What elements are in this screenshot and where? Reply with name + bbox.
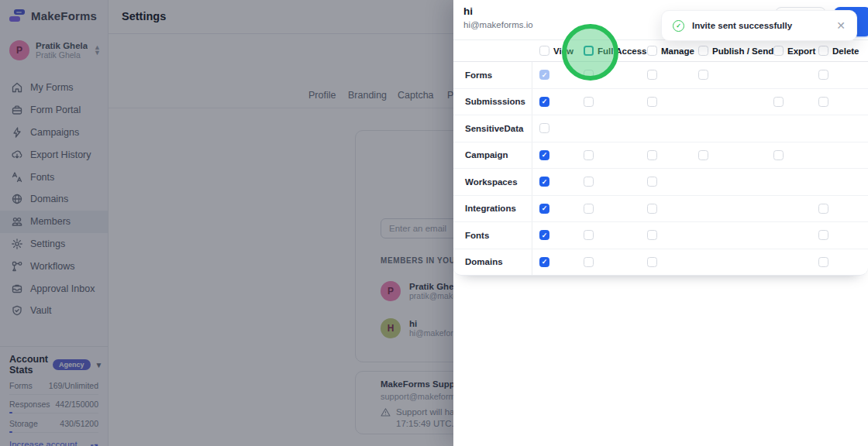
manage-checkbox[interactable] <box>647 177 657 187</box>
row-label: SensitiveData <box>465 124 523 133</box>
column-label-delete: Delete <box>832 46 859 56</box>
export-checkbox[interactable] <box>773 150 784 160</box>
manage-checkbox[interactable] <box>647 257 657 267</box>
permission-row-sensitivedata: SensitiveData <box>453 115 868 142</box>
permission-row-integrations: Integrations <box>453 196 868 223</box>
permission-row-domains: Domains <box>453 249 868 276</box>
manage-checkbox[interactable] <box>647 70 657 80</box>
row-label: Fonts <box>465 231 489 240</box>
full-access-checkbox[interactable] <box>584 70 594 80</box>
manage-checkbox[interactable] <box>647 150 657 160</box>
full-access-checkbox[interactable] <box>584 46 594 56</box>
modal-dim-overlay[interactable] <box>0 0 453 446</box>
row-label: Forms <box>465 70 492 80</box>
publish-send-checkbox[interactable] <box>698 150 708 160</box>
delete-checkbox[interactable] <box>818 230 828 240</box>
permission-row-submisssions: Submisssions <box>453 89 868 116</box>
view-checkbox[interactable] <box>539 123 549 133</box>
row-label: Campaign <box>465 150 508 160</box>
column-label-view: View <box>553 46 574 56</box>
manage-checkbox[interactable] <box>647 204 657 214</box>
delete-checkbox[interactable] <box>818 46 828 56</box>
permissions-table: ViewFull AccessManagePublish / SendExpor… <box>453 39 868 276</box>
view-checkbox[interactable] <box>539 204 549 214</box>
permissions-drawer: hi hi@makeforms.io ViewFull AccessManage… <box>453 0 868 446</box>
row-label: Domains <box>465 257 503 266</box>
permission-row-fonts: Fonts <box>453 222 868 249</box>
column-label-full-access: Full Access <box>598 46 647 56</box>
column-label-manage: Manage <box>661 46 694 56</box>
column-label-publish-send: Publish / Send <box>712 46 773 56</box>
full-access-checkbox[interactable] <box>584 150 594 160</box>
manage-checkbox[interactable] <box>647 230 657 240</box>
full-access-checkbox[interactable] <box>584 97 594 107</box>
toast-message: Invite sent successfully <box>692 21 828 30</box>
view-checkbox[interactable] <box>539 97 549 107</box>
export-checkbox[interactable] <box>773 46 784 56</box>
view-checkbox[interactable] <box>539 150 549 160</box>
row-label: Submisssions <box>465 97 525 106</box>
view-checkbox[interactable] <box>539 46 549 56</box>
row-label: Integrations <box>465 204 516 213</box>
success-check-icon: ✓ <box>673 20 684 32</box>
export-checkbox[interactable] <box>773 97 784 107</box>
permission-row-workspaces: Workspaces <box>453 169 868 196</box>
full-access-checkbox[interactable] <box>584 230 594 240</box>
invitee-email: hi@makeforms.io <box>463 20 533 29</box>
publish-send-checkbox[interactable] <box>698 70 708 80</box>
delete-checkbox[interactable] <box>818 70 828 80</box>
view-checkbox[interactable] <box>539 177 549 187</box>
permission-row-campaign: Campaign <box>453 142 868 170</box>
view-checkbox[interactable] <box>539 70 549 80</box>
invitee-name: hi <box>463 5 473 17</box>
permissions-header-row: ViewFull AccessManagePublish / SendExpor… <box>453 39 868 62</box>
toast-close-icon[interactable]: ✕ <box>836 19 846 32</box>
delete-checkbox[interactable] <box>818 97 828 107</box>
column-label-export: Export <box>787 46 815 56</box>
manage-checkbox[interactable] <box>647 97 657 107</box>
full-access-checkbox[interactable] <box>584 204 594 214</box>
delete-checkbox[interactable] <box>818 204 828 214</box>
manage-checkbox[interactable] <box>647 46 657 56</box>
delete-checkbox[interactable] <box>818 257 828 267</box>
full-access-checkbox[interactable] <box>584 257 594 267</box>
permission-row-forms: Forms <box>453 62 868 89</box>
toast: ✓ Invite sent successfully ✕ <box>661 10 857 41</box>
row-label: Workspaces <box>465 177 518 187</box>
view-checkbox[interactable] <box>539 230 549 240</box>
publish-send-checkbox[interactable] <box>698 46 708 56</box>
full-access-checkbox[interactable] <box>584 177 594 187</box>
view-checkbox[interactable] <box>539 257 549 267</box>
